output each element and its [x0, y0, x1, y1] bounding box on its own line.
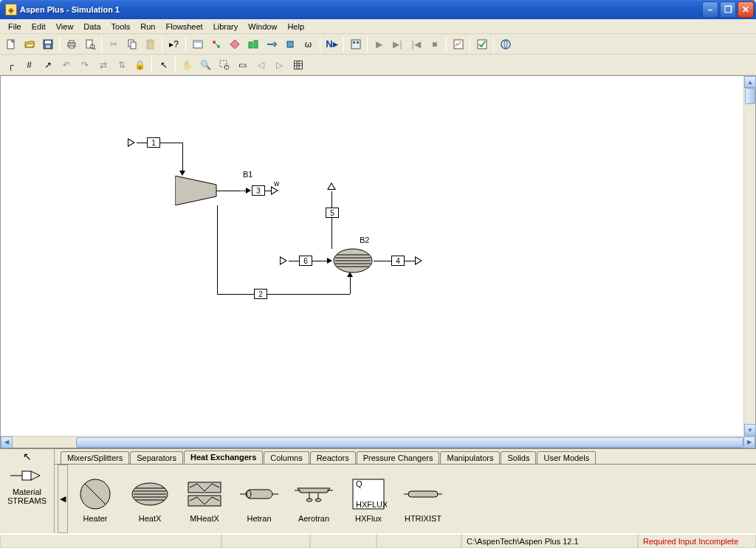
unit-hxflux[interactable]: QHXFLUX HXFlux — [341, 476, 396, 523]
grid-icon[interactable]: # — [21, 56, 38, 73]
lock-icon[interactable]: 🔒 — [131, 56, 148, 73]
model-library-tabs: Mixers/Splitters Separators Heat Exchang… — [55, 449, 756, 464]
svg-rect-15 — [193, 41, 202, 43]
next-step-button[interactable]: N▸ — [323, 35, 340, 52]
flowsheet-canvas-wrap: 1 B1 3 w 2 6 — [0, 75, 756, 448]
aspen-icon[interactable] — [497, 35, 514, 52]
status-path: C:\AspenTech\Aspen Plus 12.1 — [461, 534, 638, 548]
menu-view[interactable]: View — [51, 21, 79, 32]
tab-manipulators[interactable]: Manipulators — [440, 451, 500, 464]
pointer-icon[interactable]: ↖ — [155, 56, 172, 73]
scroll-thumb[interactable] — [76, 437, 743, 448]
flowsheet-icon[interactable] — [207, 35, 224, 52]
check-results-icon[interactable] — [473, 35, 490, 52]
tab-reactors[interactable]: Reactors — [310, 451, 356, 464]
maximize-button[interactable]: ❐ — [720, 1, 736, 18]
menu-edit[interactable]: Edit — [27, 21, 51, 32]
zoom-full-icon[interactable]: ▭ — [234, 56, 251, 73]
stream-6[interactable]: 6 — [299, 256, 312, 266]
connector — [182, 143, 183, 171]
stream-4[interactable]: 4 — [391, 256, 405, 266]
stream-2[interactable]: 2 — [254, 289, 267, 299]
control-panel-icon[interactable] — [347, 35, 364, 52]
snap-icon[interactable]: ┌ — [2, 56, 19, 73]
menu-window[interactable]: Window — [243, 21, 282, 32]
stream-3[interactable]: 3 — [252, 185, 265, 196]
print-icon[interactable] — [63, 35, 80, 52]
material-stream-icon[interactable] — [9, 464, 46, 487]
toolbar-flowsheet: ┌ # ↗ ↶ ↷ ⇄ ⇅ 🔒 ↖ ✋ 🔍 ▭ ◁ ▷ — [0, 55, 756, 75]
unit-heater[interactable]: Heater — [68, 476, 123, 523]
zoom-in-icon[interactable]: 🔍 — [197, 56, 214, 73]
unit-heatx[interactable]: HeatX — [123, 476, 177, 523]
convergence-icon[interactable]: ω — [300, 35, 317, 52]
flip-v-icon: ⇅ — [113, 56, 130, 73]
product-arrow-icon — [327, 182, 336, 191]
results-icon[interactable] — [450, 35, 467, 52]
properties-icon[interactable] — [244, 35, 261, 52]
menu-flowsheet[interactable]: Flowsheet — [160, 21, 207, 32]
scroll-up-icon[interactable]: ▲ — [744, 76, 756, 88]
scroll-down-icon[interactable]: ▼ — [744, 424, 756, 436]
tab-columns[interactable]: Columns — [264, 451, 309, 464]
status-blank2 — [310, 534, 377, 548]
block-b1-icon[interactable] — [175, 176, 222, 205]
minimize-button[interactable]: – — [702, 1, 718, 18]
scroll-left-icon[interactable]: ◀ — [1, 436, 13, 448]
menu-file[interactable]: File — [3, 21, 27, 32]
close-button[interactable]: ✕ — [738, 1, 754, 18]
unit-htrixist[interactable]: HTRIXIST — [396, 476, 450, 523]
options-icon[interactable] — [289, 56, 306, 73]
zoom-fit-icon[interactable]: ↗ — [39, 56, 56, 73]
svg-rect-31 — [220, 61, 227, 67]
tab-solids[interactable]: Solids — [501, 451, 536, 464]
scroll-thumb[interactable] — [745, 88, 755, 104]
svg-point-66 — [306, 499, 312, 501]
connector — [331, 218, 332, 249]
run-icon: ▶ — [371, 35, 388, 52]
menu-tools[interactable]: Tools — [106, 21, 136, 32]
menu-run[interactable]: Run — [135, 21, 160, 32]
status-hint — [0, 534, 221, 548]
menu-data[interactable]: Data — [78, 21, 106, 32]
new-icon[interactable] — [2, 35, 19, 52]
svg-rect-21 — [287, 41, 293, 47]
save-icon[interactable] — [39, 35, 56, 52]
unit-hetran[interactable]: Hetran — [232, 476, 286, 523]
blocks-icon[interactable] — [281, 35, 298, 52]
vertical-scrollbar[interactable]: ▲ ▼ — [743, 76, 755, 436]
scroll-right-icon[interactable]: ▶ — [743, 436, 755, 448]
menu-help[interactable]: Help — [282, 21, 309, 32]
model-nav-left[interactable]: ◀ — [58, 465, 68, 533]
svg-text:HXFLUX: HXFLUX — [356, 500, 387, 509]
horizontal-scrollbar[interactable]: ◀ ▶ — [1, 436, 755, 448]
window-title: Aspen Plus - Simulation 1 — [20, 5, 702, 14]
connector — [265, 191, 271, 191]
print-preview-icon[interactable] — [81, 35, 98, 52]
select-pointer-icon[interactable]: ↖ — [21, 451, 33, 462]
copy-icon[interactable] — [123, 35, 140, 52]
data-browser-icon[interactable] — [189, 35, 206, 52]
menu-library[interactable]: Library — [208, 21, 244, 32]
stream-1[interactable]: 1 — [147, 137, 160, 148]
unit-aerotran[interactable]: Aerotran — [286, 476, 341, 523]
svg-rect-11 — [131, 42, 136, 49]
tab-separators[interactable]: Separators — [130, 451, 183, 464]
flowsheet-canvas[interactable]: 1 B1 3 w 2 6 — [1, 76, 755, 448]
tab-heat-exchangers[interactable]: Heat Exchangers — [184, 451, 263, 464]
tab-mixers-splitters[interactable]: Mixers/Splitters — [61, 451, 129, 464]
svg-rect-3 — [46, 45, 50, 48]
reset-icon: |◀ — [408, 35, 425, 52]
block-b2-icon[interactable] — [332, 247, 374, 274]
stream-5[interactable]: 5 — [326, 208, 339, 218]
connector — [137, 143, 147, 143]
streams-icon[interactable] — [263, 35, 280, 52]
tab-user-models[interactable]: User Models — [537, 451, 596, 464]
components-icon[interactable] — [226, 35, 243, 52]
tab-pressure-changers[interactable]: Pressure Changers — [357, 451, 440, 464]
paste-icon — [142, 35, 159, 52]
unit-mheatx[interactable]: MHeatX — [177, 476, 232, 523]
zoom-area-icon[interactable] — [216, 56, 233, 73]
help-pointer-icon[interactable]: ▸? — [165, 35, 182, 52]
open-icon[interactable] — [21, 35, 38, 52]
